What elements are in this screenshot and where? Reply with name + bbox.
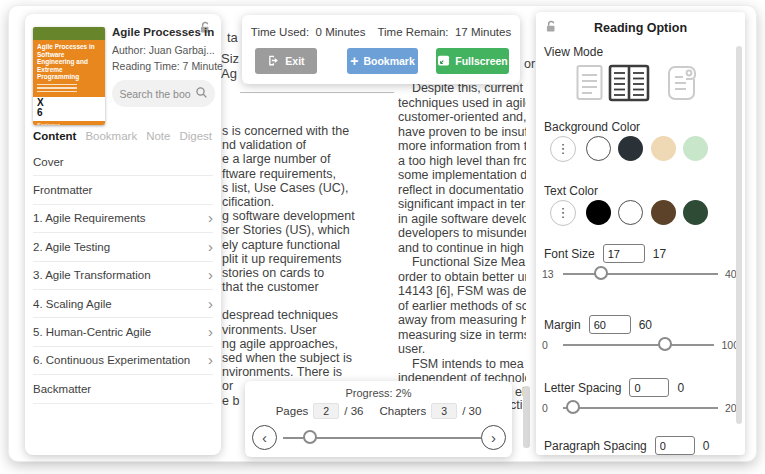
- fullscreen-icon: [437, 54, 450, 69]
- text-color-swatch-black[interactable]: [586, 200, 611, 225]
- toc-item-label: 3. Agile Transformation: [33, 269, 151, 281]
- toc-item-human-centric-agile[interactable]: 5. Human-Centric Agile›: [33, 318, 213, 346]
- exit-button[interactable]: Exit: [255, 48, 317, 74]
- font-size-value: 17: [653, 247, 666, 261]
- cover-main: Agile Processes in Software Engineering …: [33, 40, 105, 97]
- bookmark-label: Bookmark: [363, 55, 414, 67]
- pages-total: / 36: [344, 405, 363, 417]
- chapter-number-input[interactable]: [431, 403, 457, 419]
- margin-value: 60: [639, 318, 652, 332]
- book-author: Author: Juan Garbaj...: [112, 44, 222, 56]
- letter-spacing-slider-thumb[interactable]: [566, 400, 580, 414]
- toc-item-agile-transformation[interactable]: 3. Agile Transformation›: [33, 262, 213, 290]
- next-page-button[interactable]: ›: [481, 425, 506, 450]
- tab-digest[interactable]: Digest: [179, 130, 212, 142]
- scroll-mode-button[interactable]: [662, 62, 700, 107]
- view-mode-label: View Mode: [544, 45, 603, 59]
- kebab-menu-icon: ⋮: [557, 141, 570, 156]
- margin-slider-row: 0 100: [542, 339, 739, 351]
- text-line: FSM intends to mea: [398, 357, 526, 372]
- toc-item-agile-testing[interactable]: 2. Agile Testing›: [33, 233, 213, 261]
- tab-bookmark[interactable]: Bookmark: [85, 130, 137, 142]
- text-line: ng agile approaches,: [222, 337, 398, 351]
- search-input[interactable]: Search the boo: [112, 80, 215, 107]
- tab-note[interactable]: Note: [146, 130, 170, 142]
- margin-slider[interactable]: [563, 344, 714, 346]
- previous-page-button[interactable]: ‹: [252, 425, 277, 450]
- text-line: some implementation d: [398, 168, 526, 183]
- tab-content[interactable]: Content: [33, 130, 76, 142]
- more-background-colors-button[interactable]: ⋮: [550, 136, 576, 162]
- background-color-swatch-white[interactable]: [586, 136, 611, 161]
- single-page-mode-button[interactable]: [576, 62, 603, 107]
- cover-top-band: [33, 27, 105, 40]
- toc-item-continuous-experimentation[interactable]: 6. Continuous Experimentation›: [33, 347, 213, 375]
- more-text-colors-button[interactable]: ⋮: [550, 200, 576, 226]
- chapters-label: Chapters: [379, 405, 426, 417]
- text-color-swatch-green[interactable]: [683, 200, 708, 225]
- background-color-label: Background Color: [544, 120, 640, 134]
- page-text-fragment: Siz: [221, 51, 239, 66]
- text-line: vironments. User: [222, 323, 398, 337]
- toc-item-scaling-agile[interactable]: 4. Scaling Agile›: [33, 290, 213, 318]
- background-color-swatch-beige[interactable]: [651, 136, 676, 161]
- time-remain: Time Remain: 17 Minutes: [377, 26, 511, 38]
- text-line: ser Stories (US), which: [222, 223, 398, 237]
- font-size-input[interactable]: [603, 244, 645, 263]
- text-line: plit it up requirements: [222, 252, 398, 266]
- toc-item-label: 1. Agile Requirements: [33, 212, 146, 224]
- text-line: g software development: [222, 209, 398, 223]
- ebook-reader-app: ta Siz Ag or el cti s is concerned with …: [0, 0, 765, 474]
- chevron-right-icon: ›: [208, 327, 213, 337]
- options-panel-scrollbar[interactable]: [736, 46, 742, 424]
- exit-label: Exit: [285, 55, 304, 67]
- toc-item-agile-requirements[interactable]: 1. Agile Requirements›: [33, 205, 213, 233]
- search-placeholder: Search the boo: [119, 88, 190, 100]
- text-color-swatch-white[interactable]: [618, 200, 643, 225]
- text-line: sed when the subject is: [222, 351, 398, 365]
- scroll-mode-icon: [662, 92, 700, 107]
- content-scrollbar[interactable]: [523, 386, 530, 448]
- book-reading-time: Reading Time: 7 Minute: [112, 60, 222, 72]
- toc-item-label: 6. Continuous Experimentation: [33, 354, 190, 366]
- page-text-fragment: or: [524, 57, 535, 71]
- toc-item-frontmatter[interactable]: Frontmatter: [33, 176, 213, 204]
- background-color-swatch-dark[interactable]: [618, 136, 643, 161]
- text-color-swatch-brown[interactable]: [651, 200, 676, 225]
- bookmark-button[interactable]: + Bookmark: [347, 48, 418, 74]
- book-page-left-column: s is concerned with the nd validation of…: [222, 124, 398, 408]
- sidebar-tabs: Content Bookmark Note Digest: [25, 130, 221, 142]
- font-size-slider[interactable]: [563, 273, 718, 275]
- fullscreen-button[interactable]: Fullscreen: [436, 48, 509, 74]
- text-line: despread techniques: [222, 308, 398, 322]
- letter-spacing-input[interactable]: [629, 378, 669, 397]
- text-line: have proven to be insuf: [398, 125, 526, 140]
- toc-item-cover[interactable]: Cover: [33, 148, 213, 176]
- paragraph-spacing-input[interactable]: [655, 436, 695, 455]
- margin-slider-thumb[interactable]: [658, 337, 672, 351]
- text-line: stories on cards to: [222, 266, 398, 280]
- font-size-label: Font Size: [544, 247, 595, 261]
- page-number-input[interactable]: [313, 403, 339, 419]
- letter-spacing-slider-row: 0 20: [542, 402, 739, 414]
- toc-item-backmatter[interactable]: Backmatter: [33, 375, 213, 403]
- page-chapter-row: Pages / 36 Chapters / 30: [245, 403, 512, 419]
- margin-input[interactable]: [589, 315, 631, 334]
- two-page-mode-button[interactable]: [608, 61, 650, 108]
- book-cover[interactable]: Agile Processes in Software Engineering …: [33, 27, 105, 125]
- toc-item-label: 2. Agile Testing: [33, 241, 110, 253]
- text-line: s list, Use Cases (UC),: [222, 181, 398, 195]
- letter-spacing-slider[interactable]: [563, 407, 718, 409]
- paragraph-spacing-row: Paragraph Spacing 0: [544, 436, 709, 455]
- toc-item-label: Cover: [33, 156, 64, 168]
- text-line: more information from t: [398, 139, 526, 154]
- progress-slider[interactable]: [283, 437, 481, 439]
- toc-item-label: Frontmatter: [33, 184, 92, 196]
- text-line: customer-oriented and,: [398, 110, 526, 125]
- text-line: away from measuring h: [398, 313, 526, 328]
- background-color-swatch-green[interactable]: [683, 136, 708, 161]
- progress-slider-thumb[interactable]: [303, 430, 317, 444]
- margin-min: 0: [542, 339, 556, 351]
- font-size-slider-thumb[interactable]: [594, 266, 608, 280]
- chevron-right-icon: ›: [208, 213, 213, 223]
